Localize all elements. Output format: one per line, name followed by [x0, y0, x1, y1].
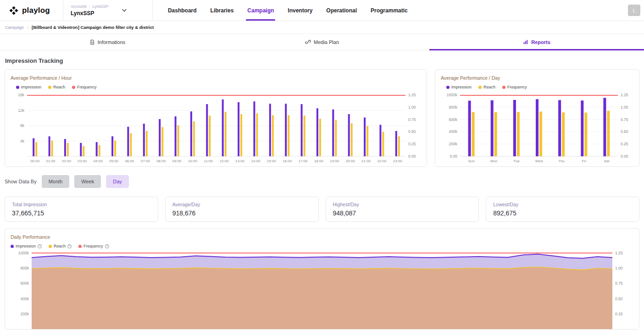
hourly-performance-card: Average Performance / Hour Impression Re…: [5, 69, 427, 167]
nav-dashboard[interactable]: Dashboard: [161, 0, 204, 21]
show-by-day-button[interactable]: Day: [106, 175, 129, 188]
frequency-dot-icon: [78, 245, 82, 248]
svg-text:19:00: 19:00: [330, 159, 339, 163]
show-data-by-label: Show Data By: [5, 179, 37, 184]
impression-dot-icon: [446, 86, 450, 89]
svg-text:0.50: 0.50: [408, 129, 416, 134]
daily-performance-chart: 1000k800k600k400k200k1.251.000.750.500.2…: [11, 250, 633, 329]
svg-text:0.75: 0.75: [615, 281, 623, 286]
account-name: LynxSSP: [71, 10, 108, 16]
svg-text:Sat: Sat: [604, 159, 610, 163]
brand-name: playlog: [22, 6, 50, 15]
reach-dot-icon: [478, 86, 482, 89]
svg-text:1.25: 1.25: [408, 93, 416, 97]
legend-reach: Reach: [48, 85, 65, 89]
svg-text:0.75: 0.75: [621, 117, 628, 122]
svg-text:0.50: 0.50: [615, 297, 623, 301]
breadcrumb: Campaign › [Billboard & Videotron] Campa…: [0, 21, 644, 34]
stat-average-day: Average/Day 918,676: [165, 197, 319, 222]
svg-text:17:00: 17:00: [299, 159, 308, 163]
breadcrumb-page-title: [Billboard & Videotron] Campaign demo fi…: [32, 25, 154, 30]
stat-total-impression: Total Impression 37,665,715: [5, 197, 158, 222]
impression-dot-icon: [11, 245, 14, 248]
top-charts-row: Average Performance / Hour Impression Re…: [0, 69, 644, 167]
stat-lowest-day: Lowest/Day 892,675: [486, 197, 639, 222]
svg-text:13:00: 13:00: [235, 159, 245, 163]
reach-info-icon[interactable]: ?: [67, 244, 72, 248]
legend-impression: Impression: [16, 85, 41, 89]
svg-text:0.00: 0.00: [621, 154, 628, 159]
svg-text:0.25: 0.25: [408, 142, 416, 146]
svg-text:0.25: 0.25: [621, 142, 628, 146]
svg-text:0.50: 0.50: [621, 129, 628, 134]
svg-text:800k: 800k: [449, 105, 458, 110]
svg-text:0.75: 0.75: [408, 117, 416, 122]
svg-text:Tue: Tue: [513, 159, 520, 163]
user-avatar-button[interactable]: L: [628, 5, 640, 16]
daily-average-title: Average Performance / Day: [441, 75, 633, 81]
reach-dot-icon: [49, 245, 52, 248]
svg-text:20:00: 20:00: [346, 159, 355, 163]
svg-text:Fri: Fri: [582, 159, 587, 163]
breadcrumb-campaign-link[interactable]: Campaign: [5, 25, 24, 30]
stats-row: Total Impression 37,665,715 Average/Day …: [0, 193, 644, 228]
brand-logo[interactable]: playlog: [0, 0, 63, 21]
svg-text:03:00: 03:00: [78, 159, 87, 163]
show-data-by: Show Data By Month Week Day: [0, 167, 644, 193]
daily-average-card: Average Performance / Day Impression Rea…: [435, 69, 639, 167]
nav-libraries[interactable]: Libraries: [204, 0, 241, 21]
tab-informations[interactable]: Informations: [0, 34, 215, 50]
svg-text:4k: 4k: [20, 139, 25, 143]
daily-performance-card: Daily Performance Impression? Reach? Fre…: [5, 228, 639, 330]
show-by-week-button[interactable]: Week: [74, 175, 101, 188]
frequency-dot-icon: [72, 86, 75, 89]
svg-text:12k: 12k: [18, 108, 24, 113]
svg-text:400k: 400k: [449, 129, 458, 134]
media-plan-link-icon: [305, 39, 311, 45]
svg-text:600k: 600k: [21, 281, 29, 286]
legend-frequency: Frequency: [72, 85, 97, 89]
svg-text:1.00: 1.00: [615, 266, 623, 270]
legend-impression: Impression: [446, 85, 472, 89]
account-selector[interactable]: Accounts › LynxSSP LynxSSP: [63, 0, 153, 21]
svg-text:22:00: 22:00: [377, 159, 387, 163]
nav-operational[interactable]: Operational: [319, 0, 364, 21]
legend-frequency: Frequency?: [78, 244, 109, 248]
frequency-info-icon[interactable]: ?: [105, 244, 109, 248]
daily-average-legend: Impression Reach Frequency: [441, 85, 633, 89]
nav-programmatic[interactable]: Programmatic: [364, 0, 415, 21]
svg-text:16:00: 16:00: [283, 159, 292, 163]
svg-text:01:00: 01:00: [46, 159, 56, 163]
svg-text:21:00: 21:00: [361, 159, 371, 163]
account-breadcrumb: Accounts › LynxSSP: [71, 4, 108, 9]
legend-frequency: Frequency: [502, 85, 527, 89]
svg-text:0.00: 0.00: [450, 154, 457, 159]
tab-media-plan[interactable]: Media Plan: [215, 34, 429, 50]
show-by-month-button[interactable]: Month: [42, 175, 70, 188]
svg-text:23:00: 23:00: [393, 159, 403, 163]
daily-performance-legend: Impression? Reach? Frequency?: [11, 244, 633, 248]
hourly-performance-chart: 16k12k8k4k1.251.000.750.500.250.0000:000…: [11, 91, 421, 164]
svg-text:200k: 200k: [449, 142, 458, 146]
nav-inventory[interactable]: Inventory: [281, 0, 319, 21]
svg-text:400k: 400k: [21, 297, 29, 301]
svg-text:12:00: 12:00: [220, 159, 229, 163]
svg-text:07:00: 07:00: [141, 159, 150, 163]
reports-chart-icon: [523, 39, 528, 45]
playlog-logo-icon: [9, 6, 18, 15]
legend-reach: Reach?: [49, 244, 72, 248]
frequency-dot-icon: [502, 86, 505, 89]
nav-campaign[interactable]: Campaign: [240, 0, 281, 21]
svg-text:600k: 600k: [449, 117, 458, 122]
svg-text:18:00: 18:00: [314, 159, 324, 163]
stat-highest-day: Highest/Day 948,087: [326, 197, 479, 222]
svg-text:0.25: 0.25: [615, 312, 623, 316]
impression-info-icon[interactable]: ?: [38, 244, 42, 248]
reach-dot-icon: [48, 86, 51, 89]
svg-text:09:00: 09:00: [172, 159, 182, 163]
legend-impression: Impression?: [11, 244, 42, 248]
svg-text:11:00: 11:00: [204, 159, 213, 163]
svg-text:200k: 200k: [21, 312, 29, 316]
tab-reports[interactable]: Reports: [429, 34, 644, 50]
daily-average-chart: 1000k800k600k400k200k0.001.251.000.750.5…: [441, 91, 633, 164]
